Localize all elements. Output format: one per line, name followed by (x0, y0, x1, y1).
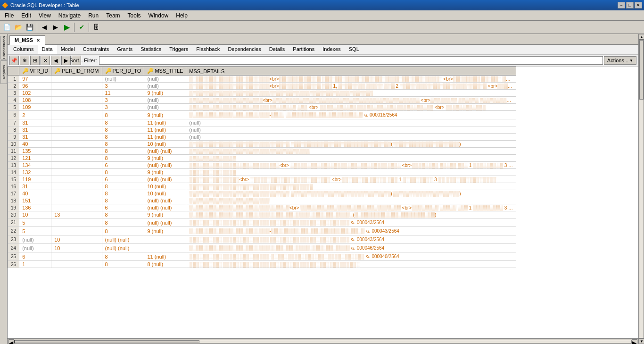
cell-vfr-id: 6 (19, 252, 51, 261)
toolbar-db-btn[interactable]: 🗄 (91, 22, 101, 33)
h-scroll-area[interactable]: ◀ ▶ (8, 338, 638, 344)
tab-grants[interactable]: Grants (113, 45, 137, 54)
v-scroll-thumb[interactable] (639, 40, 644, 100)
tab-partitions[interactable]: Partitions (289, 45, 319, 54)
filter-label: Filter: (84, 58, 97, 63)
scroll-down-btn[interactable]: ▼ (639, 338, 644, 344)
cell-per-id-to: 3 (102, 97, 144, 104)
menu-team[interactable]: Team (102, 11, 124, 20)
tab-flashback[interactable]: Flashback (192, 45, 224, 54)
toolbar-forward-btn[interactable]: ▶ (50, 22, 61, 33)
filter-input[interactable] (99, 56, 603, 65)
cell-mss-title: 9 (null) (144, 227, 186, 235)
cell-mss-title: 9 (null) (144, 211, 186, 218)
detach-btn[interactable]: ⊞ (30, 56, 40, 65)
col-header-mss-title[interactable]: 🔑MSS_TITLE (144, 67, 186, 76)
tab-triggers[interactable]: Triggers (165, 45, 192, 54)
cell-mss-details: ░░░░░░░░░░░░░░░░░░░░░░░░-░░░░░░░░░░░░░░░… (186, 252, 516, 261)
table-row: 131346(null) (null)░░░░░░░░░░░░░░░░░░░░░… (8, 162, 516, 169)
menu-help[interactable]: Help (172, 11, 191, 20)
tab-m-mss[interactable]: M_MSS ✕ (9, 35, 45, 45)
col-header-per-id-to[interactable]: 🔑PER_ID_TO (102, 67, 144, 76)
cell-rownum: 4 (8, 97, 19, 104)
cell-vfr-id: 136 (19, 204, 51, 211)
table-header-row: 🔑VFR_ID 🔑PER_ID_FROM 🔑PER_ID_TO 🔑MSS_TIT… (8, 67, 516, 76)
reports-sidebar-btn[interactable]: Reports (0, 60, 7, 84)
col-header-vfr-id[interactable]: 🔑VFR_ID (19, 67, 51, 76)
table-row: 191366(null) (null)░░░░░░░░░░░░░░░░░░░░░… (8, 204, 516, 211)
table-row: 26188 (null)░░░░░░░░░░░░░░░░░░░░░░░░░░░░… (8, 261, 516, 268)
cell-per-id-from (51, 252, 102, 261)
cell-per-id-from (51, 111, 102, 119)
toolbar-back-btn[interactable]: ◀ (39, 22, 50, 33)
cell-mss-details: (null) (186, 134, 516, 141)
delete-row-btn[interactable]: ✕ (41, 56, 50, 65)
tab-statistics[interactable]: Statistics (137, 45, 165, 54)
actions-btn[interactable]: Actions... ▼ (604, 56, 636, 65)
tab-indexes[interactable]: Indexes (319, 45, 345, 54)
cell-mss-details: ░░░░░░░░░░░░░░░░░░░░░░<br>░░░░░░░░░░░░░░… (186, 97, 516, 104)
cell-rownum: 16 (8, 183, 19, 190)
cell-per-id-to: 6 (102, 162, 144, 169)
tab-close-btn[interactable]: ✕ (36, 38, 40, 43)
sort-btn[interactable]: Sort... (72, 56, 81, 65)
toolbar-save-btn[interactable]: 💾 (25, 22, 35, 33)
v-scroll-track[interactable] (639, 40, 644, 338)
cell-vfr-id: 31 (19, 119, 51, 126)
table-row: 24(null)10(null) (null)░░░░░░░░░░░░░░░░░… (8, 244, 516, 252)
col-header-mss-details[interactable]: MSS_DETAILS (186, 67, 516, 76)
cell-mss-details: ░░░░░░░░░░░░░░░░░░░░░░░░<br>░░░░░░░ ░░░░… (186, 76, 516, 83)
table-row: 1413289 (null)░░░░░░░░░░░░░░ (8, 169, 516, 176)
tab-constraints[interactable]: Constraints (79, 45, 114, 54)
scroll-up-btn[interactable]: ▲ (639, 34, 644, 40)
menu-file[interactable]: File (1, 11, 17, 20)
menu-window[interactable]: Window (145, 11, 173, 20)
h-scroll-thumb[interactable] (15, 340, 199, 343)
data-table-container[interactable]: 🔑VFR_ID 🔑PER_ID_FROM 🔑PER_ID_TO 🔑MSS_TIT… (8, 67, 638, 338)
tab-model[interactable]: Model (57, 45, 79, 54)
table-row: 6289 (null)░░░░░░░░░░░░░░░░░░░░░░░░-░░░░… (8, 111, 516, 119)
cell-per-id-to: 8 (102, 261, 144, 268)
cell-per-id-to: (null) (null) (102, 235, 144, 244)
toolbar-new-btn[interactable]: 📄 (2, 22, 12, 33)
cell-per-id-to: 8 (102, 211, 144, 218)
toolbar-open-btn[interactable]: 📂 (13, 22, 24, 33)
table-row: 111358(null) (null)░░░░░░░░░░░░░░░░░░░░░… (8, 148, 516, 155)
close-button[interactable]: ✕ (635, 2, 642, 8)
toolbar-run-btn[interactable]: ▶ (62, 22, 72, 33)
tab-data[interactable]: Data (38, 45, 57, 54)
menu-edit[interactable]: Edit (17, 11, 35, 20)
cell-mss-details: ░░░░░░░░░░░░░░░░░░░░░░░░-░░░░ ░░░░░░░░░░… (186, 111, 516, 119)
v-scroll-bar[interactable]: ▲ ▼ (638, 34, 644, 344)
menu-run[interactable]: Run (84, 11, 102, 20)
tab-columns[interactable]: Columns (9, 45, 38, 54)
toolbar-commit-btn[interactable]: ✔ (76, 22, 87, 33)
menu-tools[interactable]: Tools (124, 11, 145, 20)
minimize-button[interactable]: − (618, 2, 625, 8)
maximize-button[interactable]: □ (626, 2, 634, 8)
cell-rownum: 24 (8, 244, 19, 252)
freeze-btn[interactable]: ❄ (20, 56, 29, 65)
scroll-left-btn[interactable]: ◀ (8, 339, 14, 344)
cell-vfr-id: 109 (19, 104, 51, 111)
cell-mss-details: ░░░░░░░░░░░░░░░░░░░░░░░░-░░░░░░░░░░░░░░░… (186, 227, 516, 235)
cell-rownum: 13 (8, 162, 19, 169)
h-scroll-track[interactable] (14, 340, 632, 344)
col-header-per-id-from[interactable]: 🔑PER_ID_FROM (51, 67, 102, 76)
connections-sidebar-btn[interactable]: Connections (0, 36, 7, 59)
cell-rownum: 18 (8, 197, 19, 204)
menu-view[interactable]: View (35, 11, 55, 20)
cell-vfr-id: (null) (19, 235, 51, 244)
nav-prev-btn[interactable]: ◀ (51, 56, 60, 65)
scroll-right-btn[interactable]: ▶ (632, 339, 637, 344)
cell-mss-title: 9 (null) (144, 111, 186, 119)
cell-per-id-to: 3 (102, 104, 144, 111)
refresh-btn[interactable]: 📌 (9, 56, 19, 65)
cell-rownum: 11 (8, 148, 19, 155)
content-panel: M_MSS ✕ Columns Data Model Constraints G… (8, 34, 638, 344)
menu-navigate[interactable]: Navigate (55, 11, 84, 20)
tab-sql[interactable]: SQL (345, 45, 363, 54)
tab-dependencies[interactable]: Dependencies (224, 45, 265, 54)
tab-details[interactable]: Details (265, 45, 289, 54)
cell-per-id-to: 8 (102, 218, 144, 227)
